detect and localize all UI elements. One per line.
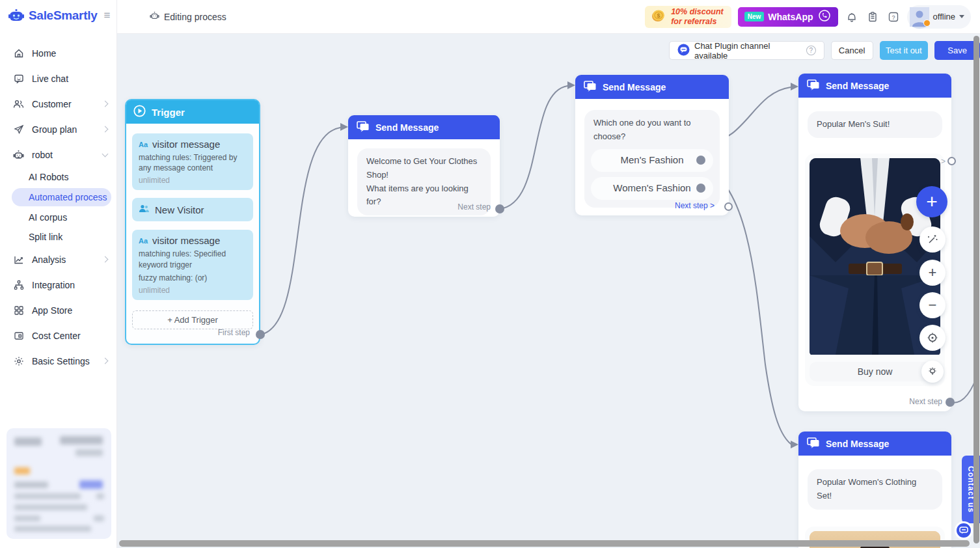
live-chat-icon: [13, 73, 24, 84]
chat-plugin-help-icon[interactable]: ?: [806, 46, 816, 55]
node-header[interactable]: Send Message: [798, 432, 951, 456]
sidebar-item-customer[interactable]: Customer: [0, 91, 116, 116]
trigger-item-new-visitor[interactable]: New Visitor: [132, 198, 253, 221]
chat-plugin-channel-button[interactable]: Chat Plugin channel available ?: [669, 41, 824, 60]
next-step-label[interactable]: Next step >: [675, 201, 715, 210]
option-button-womens-fashion[interactable]: Women's Fashion: [591, 177, 713, 200]
sidebar-item-automated-process[interactable]: Automated process: [12, 188, 111, 206]
next-step-open-port[interactable]: [724, 202, 733, 211]
sidebar-menu: Home Live chat Customer Group plan robot: [0, 40, 116, 374]
user-menu[interactable]: offline: [907, 5, 971, 29]
send-message-icon: [807, 79, 820, 92]
sidebar-item-analysis[interactable]: Analysis: [0, 247, 116, 272]
add-node-button[interactable]: +: [916, 186, 947, 217]
sidebar-item-home[interactable]: Home: [0, 40, 116, 66]
locate-center-button[interactable]: [919, 325, 946, 351]
chevron-down-icon: [102, 150, 109, 157]
logo[interactable]: SaleSmartly ≡: [0, 0, 116, 30]
option-port-womens[interactable]: [696, 184, 705, 193]
send-message-node-2[interactable]: Send Message Which one do you want to ch…: [575, 75, 729, 215]
send-message-node-4[interactable]: Send Message Popular Women's Clothing Se…: [798, 432, 951, 548]
help-icon[interactable]: ?: [886, 10, 901, 24]
user-status: offline: [933, 12, 955, 21]
notifications-bell-icon[interactable]: [845, 10, 859, 24]
topbar-right: $ 10% discount for referrals New WhatsAp…: [645, 5, 980, 29]
sidebar-item-live-chat[interactable]: Live chat: [0, 66, 116, 91]
contact-chat-icon[interactable]: [955, 521, 973, 540]
chevron-right-icon: [102, 358, 109, 364]
sidebar-collapse-icon[interactable]: ≡: [104, 9, 111, 22]
trigger-node-header[interactable]: Trigger: [126, 100, 259, 124]
analysis-icon: [13, 254, 24, 265]
clipboard-icon[interactable]: [865, 10, 880, 24]
text-type-icon: Aa: [139, 141, 148, 148]
horizontal-scrollbar[interactable]: [119, 540, 970, 547]
element-next-chevron: >: [941, 157, 946, 166]
play-icon: [133, 105, 146, 119]
question-bubble[interactable]: Which one do you want to choose? Men's F…: [584, 110, 720, 208]
topbar: Editing process $ 10% discount for refer…: [117, 0, 980, 34]
customer-icon: [13, 98, 24, 109]
home-icon: [13, 48, 24, 59]
send-message-node-1[interactable]: Send Message Welcome to Get Your Clothes…: [348, 115, 500, 217]
promo-line1: 10% discount: [671, 7, 724, 16]
svg-text:?: ?: [892, 14, 895, 20]
new-visitor-icon: [139, 204, 150, 215]
node-header[interactable]: Send Message: [575, 75, 729, 99]
element-open-port[interactable]: [947, 157, 956, 165]
sidebar-item-app-store[interactable]: App Store: [0, 297, 116, 323]
next-step-label: Next step: [457, 202, 491, 212]
robot-icon: [13, 149, 24, 160]
trigger-item-visitor-message-2[interactable]: Aa visitor message matching rules: Speci…: [132, 230, 253, 300]
sidebar-item-group-plan[interactable]: Group plan: [0, 116, 116, 142]
trigger-node[interactable]: Trigger Aa visitor message matching rule…: [125, 99, 260, 345]
cancel-button[interactable]: Cancel: [831, 41, 873, 60]
next-step-port[interactable]: [495, 204, 504, 213]
sidebar-item-integration[interactable]: Integration: [0, 272, 116, 297]
node-header[interactable]: Send Message: [798, 74, 951, 98]
sidebar: SaleSmartly ≡ Home Live chat Customer Gr…: [0, 0, 117, 548]
tips-bulb-button[interactable]: [921, 361, 944, 383]
option-port-mens[interactable]: [696, 156, 705, 165]
send-message-icon: [807, 437, 820, 450]
question-text: Which one do you want to choose?: [591, 116, 713, 144]
cost-center-icon: [13, 330, 24, 341]
svg-text:$: $: [657, 12, 660, 19]
sidebar-item-ai-corpus[interactable]: AI corpus: [0, 208, 116, 227]
send-plan-icon: [13, 124, 24, 135]
referral-promo-banner[interactable]: $ 10% discount for referrals: [645, 6, 731, 28]
page-title: Editing process: [150, 11, 226, 22]
buy-now-button[interactable]: Buy now: [810, 362, 940, 381]
option-button-mens-fashion[interactable]: Men's Fashion: [591, 149, 713, 172]
whatsapp-label: WhatsApp: [768, 12, 813, 22]
sidebar-item-ai-robots[interactable]: AI Robots: [0, 167, 116, 187]
zoom-out-button[interactable]: −: [919, 292, 946, 318]
add-trigger-button[interactable]: + Add Trigger: [132, 310, 253, 329]
sidebar-item-split-link[interactable]: Split link: [0, 227, 116, 247]
whatsapp-icon: [817, 8, 832, 25]
blurred-account-panel: [7, 428, 111, 539]
zoom-in-button[interactable]: +: [919, 260, 946, 286]
sidebar-item-basic-settings[interactable]: Basic Settings: [0, 348, 116, 374]
next-step-label: Next step: [909, 397, 942, 406]
whatsapp-banner[interactable]: New WhatsApp: [738, 7, 838, 27]
page: SaleSmartly ≡ Home Live chat Customer Gr…: [0, 0, 980, 548]
test-it-out-button[interactable]: Test it out: [880, 41, 929, 60]
message-bubble[interactable]: Popular Men's Suit!: [808, 111, 942, 138]
gear-icon: [13, 355, 24, 366]
caret-down-icon: [959, 15, 964, 18]
first-step-port[interactable]: [256, 330, 265, 339]
magic-wand-button[interactable]: [919, 226, 946, 253]
coin-icon: $: [650, 8, 667, 26]
vertical-scrollbar[interactable]: [973, 36, 979, 543]
sidebar-item-cost-center[interactable]: Cost Center: [0, 323, 116, 348]
next-step-port[interactable]: [946, 398, 955, 407]
sidebar-item-robot[interactable]: robot: [0, 142, 116, 167]
node-header[interactable]: Send Message: [348, 115, 500, 139]
app-store-icon: [13, 305, 24, 316]
message-bubble[interactable]: Popular Women's Clothing Set!: [808, 469, 942, 510]
status-dot: [923, 20, 931, 27]
trigger-item-visitor-message-1[interactable]: Aa visitor message matching rules: Trigg…: [132, 133, 253, 190]
app-name: SaleSmartly: [29, 8, 98, 23]
new-badge: New: [744, 12, 765, 21]
